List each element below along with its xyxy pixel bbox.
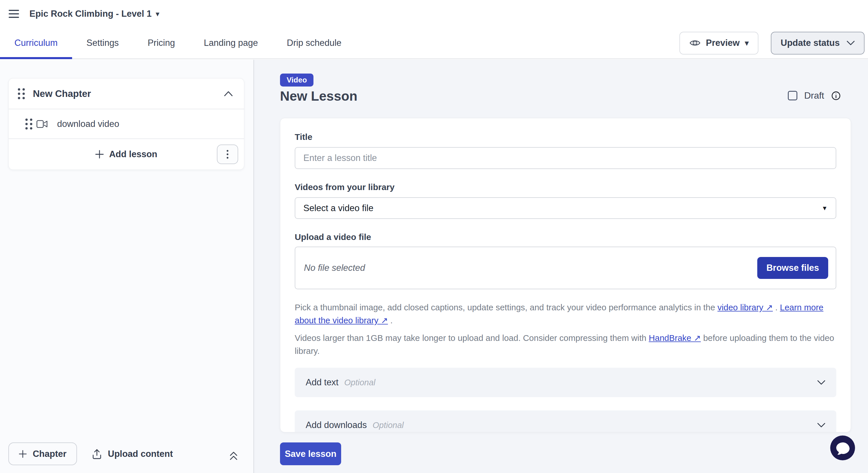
chapter-title: New Chapter	[33, 88, 224, 99]
curriculum-sidebar: New Chapter download video	[0, 60, 254, 473]
lesson-title-heading: New Lesson	[280, 88, 357, 104]
no-file-selected-text: No file selected	[304, 263, 365, 273]
video-file-select-value: Select a video file	[303, 203, 373, 214]
video-library-field-label: Videos from your library	[295, 182, 836, 192]
tab-pricing[interactable]: Pricing	[133, 27, 189, 59]
video-lesson-icon	[36, 120, 49, 128]
update-status-chevron-icon	[847, 41, 855, 45]
tab-curriculum[interactable]: Curriculum	[0, 27, 72, 59]
tab-bar-actions: Preview ▾ Update status	[679, 27, 868, 59]
add-chapter-button[interactable]: Chapter	[8, 442, 77, 465]
save-lesson-button[interactable]: Save lesson	[280, 442, 341, 465]
lesson-editor-panel: Video New Lesson Draft Title Videos from…	[254, 60, 868, 473]
add-text-label: Add text	[306, 377, 339, 388]
plus-icon	[19, 450, 27, 458]
video-library-help-text: Pick a thumbnail image, add closed capti…	[295, 301, 836, 327]
draft-checkbox[interactable]	[788, 91, 797, 100]
course-title-caret-icon[interactable]: ▾	[156, 10, 159, 18]
chapter-collapse-chevron-icon[interactable]	[224, 91, 233, 97]
lesson-form-card: Title Videos from your library Select a …	[280, 118, 851, 432]
add-downloads-optional-label: Optional	[373, 420, 404, 430]
handbrake-link[interactable]: HandBrake ↗	[649, 333, 701, 343]
tab-bar: Curriculum Settings Pricing Landing page…	[0, 27, 868, 59]
draft-label: Draft	[804, 90, 824, 101]
chapter-footer: Add lesson	[9, 138, 244, 169]
chat-bubble-icon	[830, 435, 855, 461]
double-chevron-up-icon	[229, 451, 239, 461]
add-lesson-label: Add lesson	[109, 149, 157, 159]
top-bar: Epic Rock Climbing - Level 1 ▾	[0, 0, 868, 27]
upload-content-button[interactable]: Upload content	[92, 442, 173, 465]
preview-button[interactable]: Preview ▾	[679, 32, 758, 55]
browse-files-button[interactable]: Browse files	[757, 257, 828, 279]
update-status-button[interactable]: Update status	[771, 32, 865, 55]
content-area: New Chapter download video	[0, 60, 868, 473]
lesson-item-label: download video	[57, 119, 119, 129]
lesson-title-input[interactable]	[295, 147, 836, 169]
chat-widget-button[interactable]	[830, 435, 855, 461]
hamburger-menu-icon[interactable]	[9, 10, 19, 18]
select-caret-icon: ▼	[822, 205, 828, 212]
add-chapter-label: Chapter	[33, 449, 66, 459]
add-text-optional-label: Optional	[344, 378, 375, 387]
update-status-button-label: Update status	[781, 38, 840, 48]
add-downloads-accordion[interactable]: Add downloads Optional	[295, 410, 836, 432]
kebab-icon	[227, 153, 228, 155]
upload-content-label: Upload content	[108, 449, 173, 459]
video-upload-dropzone[interactable]: No file selected Browse files	[295, 247, 836, 289]
draft-toggle-group: Draft	[788, 90, 841, 101]
course-title[interactable]: Epic Rock Climbing - Level 1	[29, 9, 152, 19]
lesson-item[interactable]: download video	[9, 109, 244, 138]
lesson-drag-handle-icon[interactable]	[25, 119, 28, 121]
lesson-type-badge: Video	[280, 73, 313, 87]
add-downloads-label: Add downloads	[306, 420, 367, 430]
preview-caret-icon: ▾	[745, 39, 749, 47]
plus-icon	[95, 150, 104, 159]
chevron-down-icon	[817, 423, 825, 428]
tab-settings[interactable]: Settings	[72, 27, 133, 59]
add-text-accordion[interactable]: Add text Optional	[295, 368, 836, 397]
info-icon[interactable]	[831, 91, 841, 101]
chapter-drag-handle-icon[interactable]	[18, 88, 20, 91]
chapter-options-button[interactable]	[217, 145, 238, 164]
video-library-link[interactable]: video library ↗	[717, 303, 773, 312]
collapse-sidebar-button[interactable]	[229, 451, 239, 461]
upload-video-field-label: Upload a video file	[295, 232, 836, 242]
tab-drip-schedule[interactable]: Drip schedule	[273, 27, 356, 59]
video-size-help-text: Videos larger than 1GB may take longer t…	[295, 332, 836, 357]
title-field-label: Title	[295, 132, 836, 142]
add-lesson-button[interactable]: Add lesson	[95, 149, 157, 159]
eye-icon	[689, 39, 701, 47]
tab-landing-page[interactable]: Landing page	[189, 27, 273, 59]
chapter-header[interactable]: New Chapter	[9, 78, 244, 109]
preview-button-label: Preview	[706, 38, 740, 48]
chevron-down-icon	[817, 380, 825, 385]
video-file-select[interactable]: Select a video file ▼	[295, 197, 836, 219]
chapter-card: New Chapter download video	[8, 78, 244, 170]
upload-icon	[92, 448, 102, 460]
